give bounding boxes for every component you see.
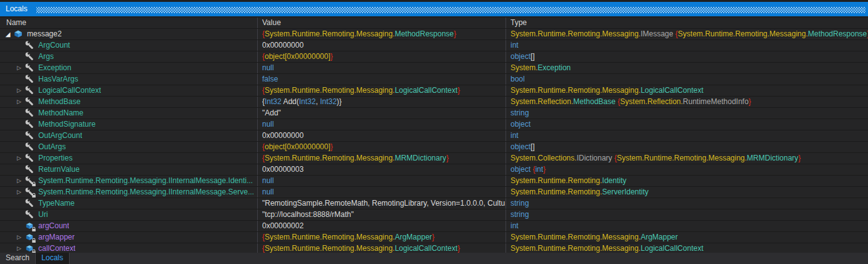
value-cell[interactable]: "Add" — [257, 108, 505, 119]
expander-collapsed-icon[interactable]: ▷ — [14, 232, 24, 243]
value-cell[interactable]: {System.Runtime.Remoting.Messaging.Metho… — [257, 29, 505, 40]
type-cell: bool — [505, 74, 868, 85]
variable-row[interactable]: ▷callContext{System.Runtime.Remoting.Mes… — [0, 243, 868, 253]
variable-name: Properties — [38, 153, 73, 163]
variable-name: argCount — [38, 221, 69, 231]
variable-type: System.Runtime.Remoting.Messaging.Logica… — [511, 86, 703, 95]
value-cell[interactable]: {System.Runtime.Remoting.Messaging.MRMDi… — [257, 153, 505, 164]
name-cell: Uri — [0, 209, 257, 220]
expander-collapsed-icon[interactable]: ▷ — [14, 63, 24, 73]
variable-row[interactable]: ▷ExceptionnullSystem.Exception — [0, 63, 868, 74]
column-header-name[interactable]: Name — [0, 18, 257, 28]
field-icon — [24, 221, 34, 231]
value-cell[interactable]: {System.Runtime.Remoting.Messaging.Logic… — [257, 85, 505, 96]
variable-value: null — [262, 187, 274, 196]
variable-type: System.Reflection.MethodBase {System.Ref… — [511, 97, 751, 106]
variable-row[interactable]: TypeName"RemotingSample.RemoteMath, Remo… — [0, 198, 868, 209]
variable-value: 0x00000003 — [262, 165, 304, 174]
property-icon — [24, 85, 34, 95]
name-cell: Args — [0, 51, 257, 62]
variable-row[interactable]: MethodName"Add"string — [0, 108, 868, 119]
value-cell[interactable]: null — [257, 63, 505, 73]
variable-name: OutArgs — [38, 142, 66, 152]
variable-row[interactable]: Args{object[0x00000000]}object[] — [0, 51, 868, 63]
variable-value: {System.Runtime.Remoting.Messaging.Metho… — [262, 29, 457, 38]
variable-value: null — [262, 120, 274, 129]
variable-type: string — [511, 108, 529, 117]
variable-value: "Add" — [262, 108, 281, 117]
variable-value: {System.Runtime.Remoting.Messaging.Logic… — [262, 86, 460, 95]
value-cell[interactable]: 0x00000003 — [257, 164, 505, 175]
expander-collapsed-icon[interactable]: ▷ — [14, 187, 24, 198]
field-icon — [24, 243, 34, 253]
value-cell[interactable]: {Int32 Add(Int32, Int32)} — [257, 97, 505, 107]
variable-type: System.Collections.IDictionary {System.R… — [511, 154, 801, 162]
variable-row[interactable]: ◢message2{System.Runtime.Remoting.Messag… — [0, 29, 868, 40]
variable-row[interactable]: MethodSignaturenullobject — [0, 119, 868, 130]
variable-type: object {int} — [511, 165, 546, 174]
expander-collapsed-icon[interactable]: ▷ — [14, 176, 24, 186]
value-cell[interactable]: null — [257, 187, 505, 198]
tab-locals[interactable]: Locals — [35, 253, 70, 264]
expander-collapsed-icon[interactable]: ▷ — [14, 97, 24, 107]
tab-search[interactable]: Search — [0, 253, 35, 264]
type-cell: System.Runtime.Remoting.ServerIdentity — [505, 187, 868, 198]
type-cell: System.Runtime.Remoting.Messaging.ArgMap… — [505, 232, 868, 243]
value-cell[interactable]: {System.Runtime.Remoting.Messaging.ArgMa… — [257, 232, 505, 243]
variable-type: object[] — [511, 142, 535, 151]
variable-row[interactable]: ArgCount0x00000000int — [0, 40, 868, 51]
property-icon — [24, 119, 34, 129]
variable-value: {System.Runtime.Remoting.Messaging.ArgMa… — [262, 233, 435, 241]
value-cell[interactable]: null — [257, 119, 505, 130]
value-cell[interactable]: "tcp://localhost:8888/rMath" — [257, 209, 505, 220]
value-cell[interactable]: {object[0x00000000]} — [257, 51, 505, 62]
titlebar-drag-grip-icon[interactable] — [36, 7, 865, 13]
value-cell[interactable]: 0x00000002 — [257, 221, 505, 231]
column-header-value[interactable]: Value — [257, 18, 505, 28]
variable-name: message2 — [27, 29, 61, 39]
value-cell[interactable]: 0x00000000 — [257, 130, 505, 141]
variable-row[interactable]: ▷MethodBase{Int32 Add(Int32, Int32)}Syst… — [0, 97, 868, 108]
expander-collapsed-icon[interactable]: ▷ — [14, 85, 24, 96]
value-cell[interactable]: {System.Runtime.Remoting.Messaging.Logic… — [257, 243, 505, 253]
variable-row[interactable]: ▷System.Runtime.Remoting.Messaging.IInte… — [0, 187, 868, 198]
value-cell[interactable]: {object[0x00000000]} — [257, 142, 505, 152]
name-cell: ReturnValue — [0, 164, 257, 175]
value-cell[interactable]: 0x00000000 — [257, 40, 505, 51]
tool-window-titlebar[interactable]: Locals — [0, 2, 868, 16]
variable-value: null — [262, 176, 274, 185]
variable-value: {object[0x00000000]} — [262, 142, 333, 151]
bottom-tab-strip: Search Locals — [0, 253, 868, 264]
variable-row[interactable]: argCount0x00000002int — [0, 221, 868, 232]
variable-type: System.Runtime.Remoting.Messaging.Logica… — [511, 244, 703, 253]
object-icon — [13, 29, 23, 39]
value-cell[interactable]: null — [257, 176, 505, 186]
variable-name: argMapper — [38, 232, 75, 242]
variable-row[interactable]: OutArgCount0x00000000int — [0, 130, 868, 142]
expander-collapsed-icon[interactable]: ▷ — [14, 243, 24, 253]
variable-type: System.Runtime.Remoting.Messaging.IMessa… — [511, 29, 868, 38]
expander-expanded-icon[interactable]: ◢ — [3, 29, 13, 40]
variable-name: HasVarArgs — [38, 74, 78, 84]
value-cell[interactable]: false — [257, 74, 505, 85]
value-cell[interactable]: "RemotingSample.RemoteMath, RemotingLibr… — [257, 198, 505, 209]
name-cell: ▷LogicalCallContext — [0, 85, 257, 96]
lock-badge-icon — [31, 238, 36, 243]
type-cell: System.Exception — [505, 63, 868, 73]
expander-collapsed-icon[interactable]: ▷ — [14, 153, 24, 164]
variable-row[interactable]: ▷Properties{System.Runtime.Remoting.Mess… — [0, 153, 868, 164]
property-icon — [24, 97, 34, 107]
variable-row[interactable]: HasVarArgsfalsebool — [0, 74, 868, 85]
variable-row[interactable]: Uri"tcp://localhost:8888/rMath"string — [0, 209, 868, 221]
variable-row[interactable]: ▷System.Runtime.Remoting.Messaging.IInte… — [0, 176, 868, 187]
variable-row[interactable]: ▷argMapper{System.Runtime.Remoting.Messa… — [0, 232, 868, 243]
variable-row[interactable]: ▷LogicalCallContext{System.Runtime.Remot… — [0, 85, 868, 97]
variable-row[interactable]: ReturnValue0x00000003object {int} — [0, 164, 868, 176]
variables-list: ◢message2{System.Runtime.Remoting.Messag… — [0, 29, 868, 253]
variable-row[interactable]: OutArgs{object[0x00000000]}object[] — [0, 142, 868, 153]
variable-name: Uri — [38, 209, 48, 219]
column-header-type[interactable]: Type — [505, 18, 868, 28]
lock-badge-icon — [31, 226, 36, 231]
type-cell: int — [505, 221, 868, 231]
variable-value: 0x00000002 — [262, 221, 304, 230]
